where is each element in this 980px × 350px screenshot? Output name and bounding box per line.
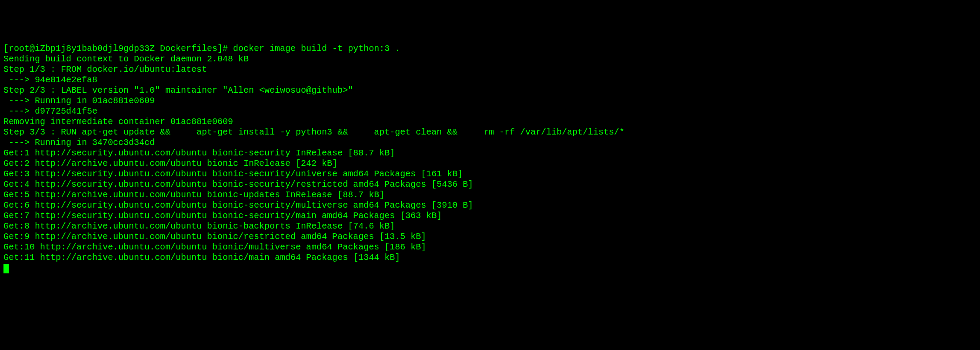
terminal-line: Get:11 http://archive.ubuntu.com/ubuntu … bbox=[3, 252, 977, 263]
terminal-line: ---> 94e814e2efa8 bbox=[3, 75, 977, 85]
terminal-cursor-line bbox=[3, 263, 977, 273]
terminal-line: Sending build context to Docker daemon 2… bbox=[3, 54, 977, 64]
terminal-line: Get:2 http://archive.ubuntu.com/ubuntu b… bbox=[3, 158, 977, 169]
terminal-line: Get:9 http://archive.ubuntu.com/ubuntu b… bbox=[3, 232, 977, 242]
terminal-line: Step 1/3 : FROM docker.io/ubuntu:latest bbox=[3, 64, 977, 75]
terminal-line: [root@iZbp1j8y1bab0djl9gdp33Z Dockerfile… bbox=[3, 44, 977, 54]
terminal-line: Removing intermediate container 01ac881e… bbox=[3, 117, 977, 127]
terminal-line: Get:7 http://security.ubuntu.com/ubuntu … bbox=[3, 211, 977, 221]
terminal-line: ---> Running in 3470cc3d34cd bbox=[3, 138, 977, 148]
terminal-line: Get:10 http://archive.ubuntu.com/ubuntu … bbox=[3, 242, 977, 252]
terminal-line: Get:1 http://security.ubuntu.com/ubuntu … bbox=[3, 148, 977, 158]
terminal-line: Get:4 http://security.ubuntu.com/ubuntu … bbox=[3, 179, 977, 190]
cursor-icon bbox=[3, 264, 9, 273]
terminal-line: Get:5 http://archive.ubuntu.com/ubuntu b… bbox=[3, 190, 977, 200]
terminal-output[interactable]: [root@iZbp1j8y1bab0djl9gdp33Z Dockerfile… bbox=[3, 44, 977, 273]
terminal-line: Get:6 http://security.ubuntu.com/ubuntu … bbox=[3, 200, 977, 211]
terminal-line: Get:3 http://security.ubuntu.com/ubuntu … bbox=[3, 169, 977, 179]
terminal-line: ---> d97725d41f5e bbox=[3, 106, 977, 117]
terminal-line: ---> Running in 01ac881e0609 bbox=[3, 96, 977, 106]
terminal-line: Step 3/3 : RUN apt-get update && apt-get… bbox=[3, 127, 977, 138]
terminal-line: Get:8 http://archive.ubuntu.com/ubuntu b… bbox=[3, 221, 977, 232]
terminal-line: Step 2/3 : LABEL version "1.0" maintaine… bbox=[3, 85, 977, 96]
